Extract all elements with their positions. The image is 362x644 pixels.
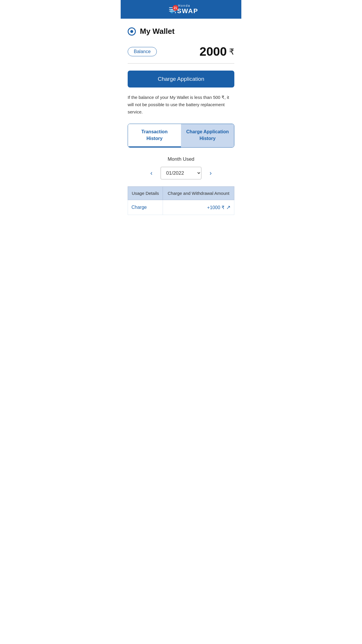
tab-transaction-history[interactable]: TransactionHistory	[128, 124, 181, 147]
balance-amount: 2000 ₹	[200, 45, 234, 59]
tabs-container: TransactionHistory Charge ApplicationHis…	[128, 124, 234, 148]
next-month-button[interactable]: ›	[207, 168, 215, 179]
menu-button[interactable]: 21	[169, 7, 175, 11]
wallet-icon-inner	[130, 30, 133, 33]
notification-badge: 21	[173, 5, 178, 11]
month-used-label: Month Used	[128, 156, 234, 162]
divider	[128, 63, 234, 64]
amount-cell: +1000 ₹ ↗	[163, 200, 234, 215]
page-title-row: My Wallet	[128, 27, 234, 36]
logo-honda-text: Honda	[178, 4, 190, 7]
col-charge-withdrawal: Charge and Withdrawal Amount	[163, 187, 234, 200]
wallet-icon	[128, 27, 136, 36]
usage-detail-cell: Charge	[128, 200, 163, 215]
month-select[interactable]: 01/2022 12/2021 11/2021 10/2021	[161, 167, 201, 179]
month-nav: ‹ 01/2022 12/2021 11/2021 10/2021 ›	[128, 167, 234, 179]
tab-charge-application-history[interactable]: Charge ApplicationHistory	[181, 124, 234, 147]
app-header: 21 Honda e:SWAP	[121, 0, 241, 19]
table-header-row: Usage Details Charge and Withdrawal Amou…	[128, 187, 234, 200]
external-link-icon[interactable]: ↗	[226, 204, 231, 211]
table-row: Charge +1000 ₹ ↗	[128, 200, 234, 215]
history-table: Usage Details Charge and Withdrawal Amou…	[128, 186, 234, 215]
balance-row: Balance 2000 ₹	[128, 45, 234, 59]
amount-value: +1000 ₹	[207, 205, 224, 210]
notice-text: If the balance of your My Wallet is less…	[128, 94, 234, 116]
page-title: My Wallet	[140, 27, 175, 36]
hamburger-icon	[169, 11, 175, 11]
tab-transaction-history-label: TransactionHistory	[141, 129, 168, 141]
balance-currency: ₹	[229, 47, 234, 57]
balance-label: Balance	[128, 47, 157, 56]
charge-application-button[interactable]: Charge Application	[128, 71, 234, 88]
col-usage-details: Usage Details	[128, 187, 163, 200]
amount-value-row: +1000 ₹ ↗	[166, 204, 231, 211]
main-content: My Wallet Balance 2000 ₹ Charge Applicat…	[121, 19, 241, 222]
tab-charge-application-history-label: Charge ApplicationHistory	[186, 129, 229, 141]
prev-month-button[interactable]: ‹	[147, 168, 155, 179]
balance-value: 2000	[200, 45, 227, 59]
